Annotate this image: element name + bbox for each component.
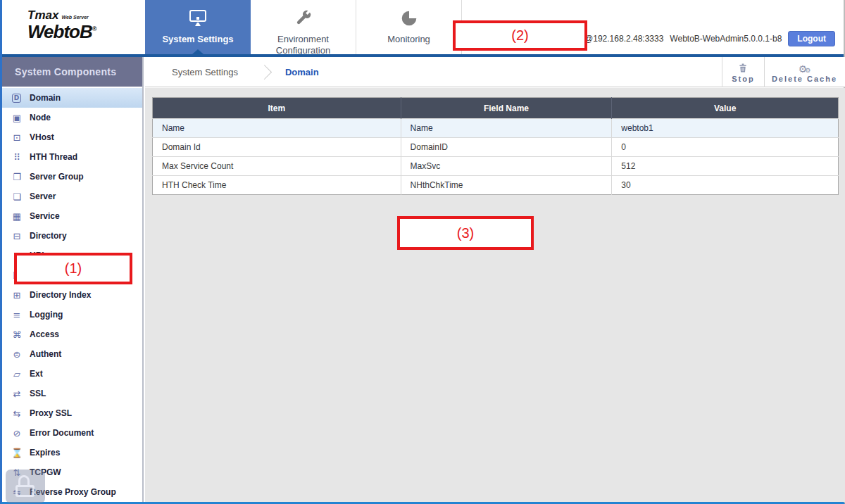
cell-item: Max Service Count	[153, 157, 401, 176]
vhost-icon: ⊡	[11, 132, 23, 143]
sidebar-item-error-document[interactable]: ⊘ Error Document	[2, 423, 142, 443]
sidebar-item-node[interactable]: ▣ Node	[2, 108, 142, 127]
cell-value: 30	[612, 176, 839, 195]
cell-field-name: MaxSvc	[401, 157, 612, 176]
proxy-ssl-icon: ⇆	[11, 408, 23, 419]
content-area: System Settings Domain Stop	[145, 57, 845, 502]
sidebar-item-directory-index[interactable]: ⊞ Directory Index	[2, 285, 142, 305]
cell-value: 512	[612, 157, 839, 176]
server-icon: ❏	[11, 191, 23, 202]
breadcrumb-bar: System Settings Domain Stop	[145, 57, 845, 87]
annotation-box-2: (2)	[453, 20, 587, 51]
version-text: WebtoB-WebAdmin5.0.0.1-b8	[670, 34, 782, 44]
breadcrumb-system-settings[interactable]: System Settings	[172, 67, 238, 77]
breadcrumb-chevron-icon	[257, 65, 272, 80]
logout-button[interactable]: Logout	[788, 31, 835, 46]
directory-index-icon: ⊞	[11, 290, 23, 301]
sidebar-item-label: Expires	[30, 448, 60, 458]
error-document-icon: ⊘	[11, 428, 23, 439]
access-icon: ⌘	[11, 329, 23, 340]
tab-environment-configuration[interactable]: Environment Configuration	[251, 0, 356, 54]
hth-thread-icon: ⠿	[11, 152, 23, 163]
sidebar-item-label: Access	[30, 329, 59, 339]
sidebar-item-label: Server Group	[30, 172, 84, 182]
sidebar-item-access[interactable]: ⌘ Access	[2, 325, 142, 344]
ssl-icon: ⇄	[11, 389, 23, 399]
sidebar-item-authent[interactable]: ⊜ Authent	[2, 344, 142, 364]
gears-icon: ⚙⚙	[799, 62, 811, 74]
service-icon: ▦	[11, 211, 23, 222]
delete-cache-button[interactable]: ⚙⚙ Delete Cache	[764, 57, 844, 87]
sidebar-item-hth-thread[interactable]: ⠿ HTH Thread	[2, 147, 142, 167]
action-buttons: Stop ⚙⚙ Delete Cache	[722, 57, 844, 87]
sidebar-item-ext[interactable]: ▱ Ext	[2, 364, 142, 384]
directory-icon: ⊟	[11, 231, 23, 241]
cell-item: HTH Check Time	[153, 176, 401, 195]
lock-overlay-icon	[6, 470, 45, 503]
server-group-icon: ❐	[11, 172, 23, 182]
sidebar-item-label: Authent	[30, 349, 61, 359]
logo-subtitle: Web Server	[61, 15, 88, 20]
sidebar-item-label: SSL	[30, 389, 46, 398]
sidebar-list: D Domain ▣ Node ⊡ VHost ⠿ HTH Thread ❐ S…	[2, 88, 142, 502]
action-label: Stop	[732, 75, 754, 83]
sidebar-item-label: Logging	[30, 310, 63, 320]
webtob-logo: TmaxWeb Server WebtoB®	[27, 8, 96, 41]
domain-icon: D	[12, 94, 21, 103]
user-info: in @192.168.2.48:3333 WebtoB-WebAdmin5.0…	[570, 31, 835, 46]
sidebar-item-logging[interactable]: ≡ Logging	[2, 305, 142, 325]
table-row[interactable]: Max Service Count MaxSvc 512	[153, 157, 839, 176]
sidebar-item-server-group[interactable]: ❐ Server Group	[2, 167, 142, 187]
sidebar-item-service[interactable]: ▦ Service	[2, 206, 142, 226]
table-row[interactable]: Domain Id DomainID 0	[153, 138, 839, 157]
sidebar-item-ssl[interactable]: ⇄ SSL	[2, 384, 142, 403]
header: TmaxWeb Server WebtoB® System Settings	[2, 0, 844, 54]
stop-button[interactable]: Stop	[722, 57, 764, 87]
ext-icon: ▱	[11, 369, 23, 379]
sidebar-item-label: Proxy SSL	[30, 408, 72, 418]
table-header-row: Item Field Name Value	[153, 98, 839, 119]
sidebar-item-proxy-ssl[interactable]: ⇆ Proxy SSL	[2, 403, 142, 423]
sidebar-item-label: Node	[30, 113, 51, 122]
logging-icon: ≡	[11, 310, 23, 320]
lock-shackle	[18, 475, 30, 485]
sidebar-item-server[interactable]: ❏ Server	[2, 187, 142, 206]
gear-glyph-small: ⚙	[805, 68, 810, 74]
column-header-field-name: Field Name	[401, 98, 612, 119]
main-panel: Item Field Name Value Name Name webtob1 …	[145, 88, 845, 502]
cell-field-name: Name	[401, 119, 612, 138]
sidebar-item-label: Ext	[30, 369, 43, 379]
tab-monitoring[interactable]: Monitoring	[356, 0, 462, 54]
logo-registered-mark: ®	[92, 25, 96, 32]
table-row[interactable]: HTH Check Time NHthChkTime 30	[153, 176, 839, 195]
sidebar-item-label: Server	[30, 191, 56, 201]
active-tab-notch	[192, 49, 204, 54]
monitor-icon	[146, 7, 250, 30]
sidebar-title: System Components	[2, 57, 142, 87]
domain-config-table: Item Field Name Value Name Name webtob1 …	[152, 97, 839, 195]
tab-system-settings[interactable]: System Settings	[145, 0, 251, 54]
expires-icon: ⌛	[11, 448, 23, 458]
sidebar-item-label: HTH Thread	[30, 152, 77, 162]
sidebar-item-vhost[interactable]: ⊡ VHost	[2, 127, 142, 147]
sidebar-item-domain[interactable]: D Domain	[2, 88, 142, 108]
header-divider-line	[2, 54, 844, 57]
tab-label: System Settings	[146, 34, 250, 45]
cell-value: 0	[612, 138, 839, 157]
sidebar-item-directory[interactable]: ⊟ Directory	[2, 226, 142, 246]
column-header-value: Value	[612, 98, 839, 119]
sidebar-item-expires[interactable]: ⌛ Expires	[2, 443, 142, 462]
sidebar-item-label: Domain	[30, 93, 61, 103]
column-header-item: Item	[153, 98, 401, 119]
server-address: @192.168.2.48:3333	[584, 34, 663, 44]
breadcrumb: System Settings Domain	[172, 57, 319, 87]
logo-product: WebtoB	[27, 21, 92, 42]
table-row[interactable]: Name Name webtob1	[153, 119, 839, 138]
cell-item: Name	[153, 119, 401, 138]
tab-label: Monitoring	[356, 34, 461, 45]
sidebar-item-label: Directory	[30, 231, 67, 241]
tab-label: Environment Configuration	[251, 34, 356, 54]
logo-brand: Tmax	[27, 8, 58, 22]
pie-chart-icon	[356, 7, 461, 30]
action-label: Delete Cache	[772, 75, 837, 83]
